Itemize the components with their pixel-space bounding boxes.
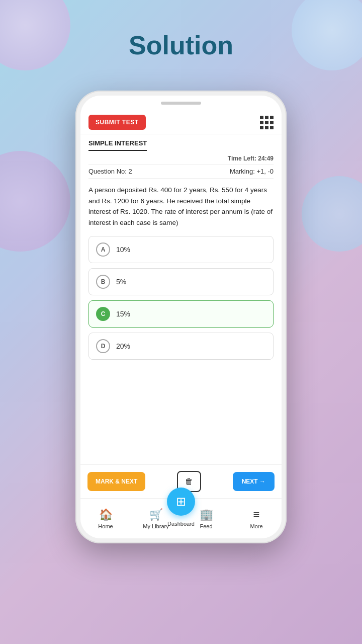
tab-bar: SIMPLE INTEREST xyxy=(80,134,282,151)
library-icon: 🛒 xyxy=(149,508,163,521)
option-b[interactable]: B 5% xyxy=(88,268,274,295)
bottom-nav: 🏠 Home 🛒 My Library ⊞ Dashboard 🏢 Feed ≡… xyxy=(80,498,282,538)
bg-blob-3 xyxy=(0,151,70,252)
grid-dot xyxy=(265,121,268,124)
grid-dot xyxy=(265,116,268,119)
option-d[interactable]: D 20% xyxy=(88,333,274,360)
content-area: Time Left: 24:49 Question No: 2 Marking:… xyxy=(80,151,282,464)
grid-dot xyxy=(260,116,263,119)
question-text: A person deposited Rs. 400 for 2 years, … xyxy=(88,185,274,228)
mark-next-button[interactable]: MARK & NEXT xyxy=(87,472,145,491)
option-c-text: 15% xyxy=(116,310,130,318)
nav-more[interactable]: ≡ More xyxy=(241,508,272,529)
option-c-circle: C xyxy=(96,307,110,321)
grid-dot xyxy=(270,121,274,124)
grid-dot xyxy=(260,126,263,129)
submit-test-button[interactable]: SUBMIT TEST xyxy=(88,115,146,130)
grid-dot xyxy=(260,121,263,124)
tab-simple-interest[interactable]: SIMPLE INTEREST xyxy=(88,139,147,151)
dashboard-icon: ⊞ xyxy=(176,495,186,509)
time-left-display: Time Left: 24:49 xyxy=(88,151,274,164)
notch-bar xyxy=(80,96,282,111)
delete-icon: 🗑 xyxy=(185,477,193,486)
option-a[interactable]: A 10% xyxy=(88,236,274,263)
nav-home[interactable]: 🏠 Home xyxy=(90,508,121,529)
question-meta: Question No: 2 Marking: +1, -0 xyxy=(88,164,274,179)
home-icon: 🏠 xyxy=(99,508,113,521)
feed-icon: 🏢 xyxy=(200,508,213,521)
option-c[interactable]: C 15% xyxy=(88,300,274,328)
grid-dot xyxy=(265,126,268,129)
nav-library-label: My Library xyxy=(143,523,168,529)
question-number: Question No: 2 xyxy=(88,168,132,175)
option-d-circle: D xyxy=(96,339,110,353)
notch xyxy=(161,102,201,105)
bg-blob-4 xyxy=(302,176,362,252)
nav-dashboard-label: Dashboard xyxy=(167,521,195,527)
nav-dashboard[interactable]: ⊞ Dashboard xyxy=(166,488,196,527)
nav-home-label: Home xyxy=(98,523,113,529)
phone-frame: SUBMIT TEST SIMPLE INTEREST Time Left: 2… xyxy=(75,91,287,543)
nav-more-label: More xyxy=(250,523,262,529)
time-left-label: Time Left: xyxy=(228,155,256,162)
phone-inner: SUBMIT TEST SIMPLE INTEREST Time Left: 2… xyxy=(80,96,282,538)
nav-feed-label: Feed xyxy=(200,523,212,529)
grid-dot xyxy=(270,116,274,119)
dashboard-circle: ⊞ xyxy=(167,488,195,516)
more-icon: ≡ xyxy=(253,508,260,521)
option-d-text: 20% xyxy=(116,342,130,350)
app-header: SUBMIT TEST xyxy=(80,111,282,134)
option-b-circle: B xyxy=(96,275,110,289)
grid-menu-icon[interactable] xyxy=(260,116,274,129)
page-title: Solution xyxy=(0,0,362,75)
grid-dot xyxy=(270,126,274,129)
option-a-circle: A xyxy=(96,243,110,257)
time-left-value: 24:49 xyxy=(258,155,274,162)
next-button[interactable]: NEXT → xyxy=(233,472,275,491)
option-b-text: 5% xyxy=(116,278,126,286)
option-a-text: 10% xyxy=(116,246,130,254)
marking-scheme: Marking: +1, -0 xyxy=(230,168,274,175)
